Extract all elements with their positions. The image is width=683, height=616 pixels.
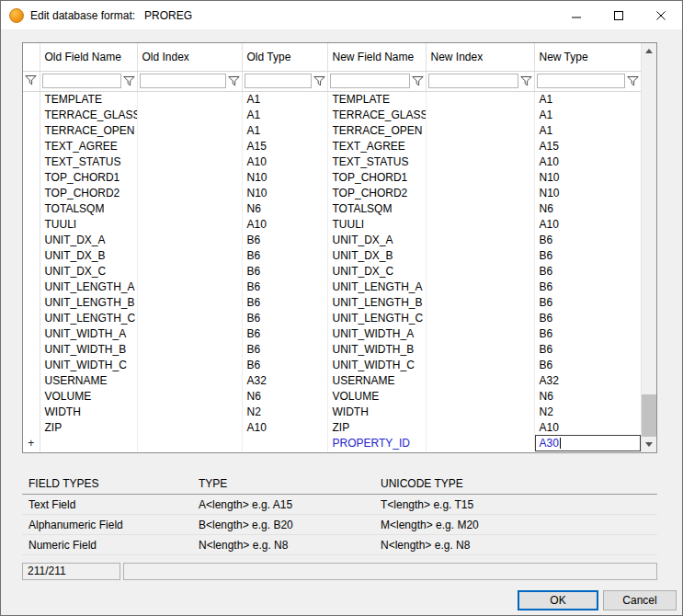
cell-old-type[interactable]: N10 — [242, 169, 327, 185]
cell-new-field-name[interactable]: TOTALSQM — [327, 200, 426, 216]
cell-old-type[interactable]: N6 — [242, 200, 327, 216]
column-header-new-field-name[interactable]: New Field Name — [327, 43, 426, 71]
cell-old-field-name[interactable]: TEXT_AGREE — [40, 138, 137, 154]
title-bar[interactable]: Edit database format: PROREG — [1, 1, 682, 29]
cell-old-index[interactable] — [137, 388, 242, 404]
cell-new-type[interactable]: B6 — [534, 247, 641, 263]
ok-button[interactable]: OK — [518, 590, 598, 610]
row-header[interactable] — [23, 263, 40, 279]
scrollbar-down-button[interactable] — [642, 437, 656, 452]
cell-new-index[interactable] — [426, 388, 534, 404]
table-row[interactable]: UNIT_WIDTH_CB6UNIT_WIDTH_CB6 — [23, 357, 641, 372]
cell-new-field-name[interactable]: UNIT_WIDTH_C — [327, 357, 426, 372]
row-header[interactable] — [23, 185, 40, 200]
cell-new-index[interactable] — [426, 185, 534, 200]
cell-old-type[interactable]: B6 — [242, 310, 327, 325]
column-header-new-index[interactable]: New Index — [426, 43, 534, 71]
row-header[interactable] — [23, 91, 40, 107]
cell-new-type[interactable]: B6 — [534, 341, 641, 357]
table-row[interactable]: TERRACE_GLASSA1TERRACE_GLASSA1 — [23, 107, 641, 122]
close-button[interactable] — [640, 1, 682, 29]
cell-new-index[interactable] — [426, 263, 534, 279]
cell-new-index[interactable] — [426, 294, 534, 310]
filter-funnel-icon[interactable] — [228, 75, 240, 86]
cell-new-type[interactable]: B6 — [534, 294, 641, 310]
row-header[interactable] — [23, 154, 40, 169]
cell-old-index[interactable] — [137, 279, 242, 294]
cell-old-field-name[interactable]: UNIT_LENGTH_A — [40, 279, 137, 294]
cell-old-field-name[interactable]: UNIT_WIDTH_B — [40, 341, 137, 357]
cell-old-index[interactable] — [137, 138, 242, 154]
cell-old-index[interactable] — [137, 263, 242, 279]
filter-input-old-index[interactable] — [140, 74, 226, 88]
row-header[interactable] — [23, 169, 40, 185]
table-row[interactable]: UNIT_LENGTH_AB6UNIT_LENGTH_AB6 — [23, 279, 641, 294]
table-row[interactable]: TUULIA10TUULIA10 — [23, 216, 641, 232]
cell-new-field-name[interactable]: TEXT_STATUS — [327, 154, 426, 169]
table-row[interactable]: UNIT_WIDTH_AB6UNIT_WIDTH_AB6 — [23, 325, 641, 341]
minimize-button[interactable] — [555, 1, 598, 29]
cell-old-field-name[interactable]: TOP_CHORD1 — [40, 169, 137, 185]
cell-old-field-name[interactable]: UNIT_WIDTH_C — [40, 357, 137, 372]
row-header[interactable] — [23, 357, 40, 372]
row-header[interactable] — [23, 341, 40, 357]
cell-new-field-name[interactable]: UNIT_DX_C — [327, 263, 426, 279]
filter-funnel-icon[interactable] — [627, 75, 639, 86]
cell-new-type[interactable]: B6 — [534, 357, 641, 372]
cell-new-index[interactable] — [426, 419, 534, 435]
cell-old-field-name[interactable]: UNIT_DX_A — [40, 232, 137, 247]
cell-new-field-name[interactable]: TERRACE_OPEN — [327, 122, 426, 138]
cancel-button[interactable]: Cancel — [603, 590, 677, 610]
cell-old-type[interactable]: B6 — [242, 279, 327, 294]
cell-new-type[interactable]: N10 — [534, 169, 641, 185]
cell-new-index[interactable] — [426, 404, 534, 419]
cell-new-type[interactable]: A10 — [534, 216, 641, 232]
cell-old-type[interactable]: A10 — [242, 154, 327, 169]
cell-old-index[interactable] — [137, 232, 242, 247]
cell-new-index[interactable] — [426, 91, 534, 107]
cell-new-field-name[interactable]: UNIT_LENGTH_A — [327, 279, 426, 294]
cell-old-field-name[interactable]: TOP_CHORD2 — [40, 185, 137, 200]
cell-new-field-name[interactable]: UNIT_WIDTH_A — [327, 325, 426, 341]
filter-funnel-icon[interactable] — [520, 75, 532, 86]
maximize-button[interactable] — [598, 1, 640, 29]
cell-new-index[interactable] — [426, 216, 534, 232]
cell-old-type[interactable]: A10 — [242, 216, 327, 232]
column-header-old-field-name[interactable]: Old Field Name — [40, 43, 137, 71]
filter-funnel-icon[interactable] — [25, 74, 37, 86]
row-header[interactable] — [23, 325, 40, 341]
filter-input-new-type[interactable] — [537, 74, 625, 88]
cell-new-field-name[interactable]: USERNAME — [327, 372, 426, 388]
cell-new-type[interactable]: B6 — [534, 325, 641, 341]
cell-old-field-name[interactable]: UNIT_DX_C — [40, 263, 137, 279]
cell-new-index[interactable] — [426, 310, 534, 325]
cell-new-field-name[interactable]: UNIT_LENGTH_B — [327, 294, 426, 310]
row-header[interactable] — [23, 122, 40, 138]
filter-input-new-field-name[interactable] — [330, 74, 410, 88]
cell-old-type[interactable]: A1 — [242, 91, 327, 107]
filter-funnel-icon[interactable] — [313, 75, 325, 86]
cell-old-type[interactable]: B6 — [242, 357, 327, 372]
row-header[interactable] — [23, 404, 40, 419]
cell-old-type[interactable]: A15 — [242, 138, 327, 154]
cell-new-type[interactable]: A1 — [534, 91, 641, 107]
cell-new-type[interactable]: B6 — [534, 279, 641, 294]
row-header[interactable] — [23, 388, 40, 404]
cell-old-field-name[interactable]: TERRACE_OPEN — [40, 122, 137, 138]
cell-new-type[interactable]: A10 — [534, 154, 641, 169]
cell-old-field-name[interactable]: TOTALSQM — [40, 200, 137, 216]
cell-old-type[interactable]: A10 — [242, 419, 327, 435]
table-row[interactable]: TOP_CHORD1N10TOP_CHORD1N10 — [23, 169, 641, 185]
cell-old-field-name[interactable]: UNIT_DX_B — [40, 247, 137, 263]
cell-old-field-name[interactable]: VOLUME — [40, 388, 137, 404]
table-row[interactable]: ZIPA10ZIPA10 — [23, 419, 641, 435]
table-row[interactable]: TEXT_AGREEA15TEXT_AGREEA15 — [23, 138, 641, 154]
cell-new-index[interactable] — [426, 107, 534, 122]
table-row[interactable]: UNIT_LENGTH_BB6UNIT_LENGTH_BB6 — [23, 294, 641, 310]
cell-old-index[interactable] — [137, 372, 242, 388]
table-row[interactable]: VOLUMEN6VOLUMEN6 — [23, 388, 641, 404]
cell-old-type[interactable]: B6 — [242, 325, 327, 341]
column-header-old-type[interactable]: Old Type — [242, 43, 327, 71]
row-header[interactable] — [23, 279, 40, 294]
cell-old-type[interactable] — [242, 435, 327, 451]
